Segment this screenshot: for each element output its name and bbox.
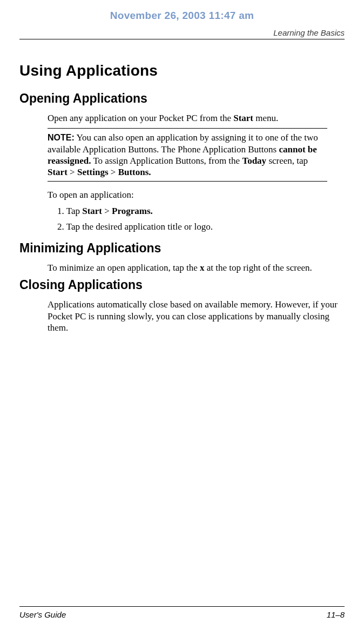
steps-list: 1. Tap Start > Programs. 2. Tap the desi… <box>57 205 345 233</box>
note-box: NOTE: You can also open an application b… <box>48 128 327 182</box>
step-1: 1. Tap Start > Programs. <box>57 205 345 217</box>
note-text: NOTE: You can also open an application b… <box>48 132 327 178</box>
opening-lead: To open an application: <box>48 189 345 200</box>
running-head: Learning the Basics <box>19 28 345 39</box>
heading-minimizing: Minimizing Applications <box>19 241 345 256</box>
heading-closing: Closing Applications <box>19 278 345 292</box>
minimizing-text: To minimize an open application, tap the… <box>48 262 345 273</box>
draft-timestamp: November 26, 2003 11:47 am <box>19 10 345 22</box>
step-2: 2. Tap the desired application title or … <box>57 221 345 232</box>
opening-intro: Open any application on your Pocket PC f… <box>48 112 345 124</box>
footer-right: 11–8 <box>327 610 345 619</box>
page-title: Using Applications <box>19 62 345 79</box>
heading-opening: Opening Applications <box>19 91 345 106</box>
footer-left: User's Guide <box>19 610 66 619</box>
closing-text: Applications automatically close based o… <box>48 299 345 333</box>
main-content: Using Applications Opening Applications … <box>19 62 345 606</box>
page-footer: User's Guide 11–8 <box>19 606 345 630</box>
